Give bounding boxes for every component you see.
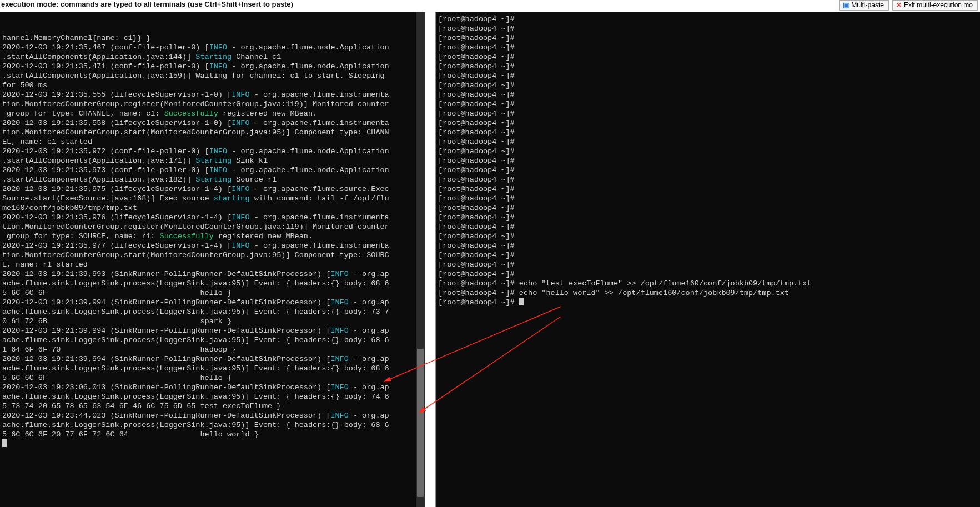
pane-splitter[interactable] <box>425 12 436 507</box>
close-icon: ✕ <box>896 1 902 9</box>
exit-multi-exec-button[interactable]: ✕ Exit multi-execution mo <box>892 0 978 11</box>
execution-mode-label: execution mode: commands are typed to al… <box>0 0 836 8</box>
right-terminal[interactable]: [root@hadoop4 ~]#[root@hadoop4 ~]#[root@… <box>436 12 980 507</box>
scrollbar-track-left[interactable] <box>416 12 425 507</box>
multi-paste-label: Multi-paste <box>851 1 884 9</box>
scrollbar-thumb-left[interactable] <box>417 349 424 497</box>
topbar: execution mode: commands are typed to al… <box>0 0 980 12</box>
terminal-panes: hannel.MemoryChannel{name: c1}} }2020-12… <box>0 12 980 507</box>
left-terminal[interactable]: hannel.MemoryChannel{name: c1}} }2020-12… <box>0 12 425 507</box>
multi-paste-icon: ▣ <box>843 1 849 9</box>
multi-paste-button[interactable]: ▣ Multi-paste <box>839 0 889 11</box>
exit-label: Exit multi-execution mo <box>904 1 973 9</box>
